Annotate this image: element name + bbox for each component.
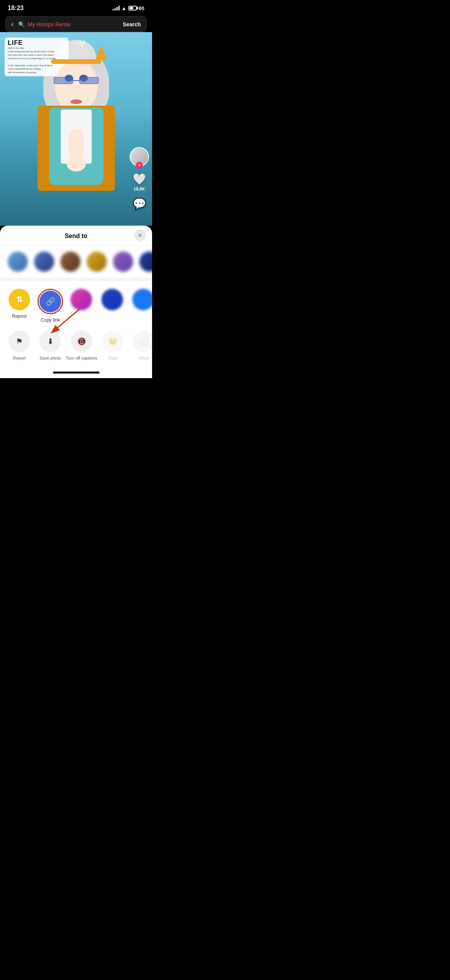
bottom-sheet: Send to ✕ ⇅ Repost bbox=[0, 226, 152, 378]
repost-icon: ⇅ bbox=[16, 295, 23, 304]
wifi-icon: ▲ bbox=[121, 5, 127, 11]
stitch-icon-circle: ⬜ bbox=[133, 331, 152, 352]
home-indicator bbox=[0, 368, 152, 378]
duet-icon: 😐 bbox=[108, 337, 118, 346]
biohazard-icon: ☣ bbox=[77, 37, 87, 50]
back-button[interactable]: ‹ bbox=[11, 20, 14, 28]
close-icon: ✕ bbox=[138, 232, 142, 238]
contact-item[interactable] bbox=[139, 252, 152, 272]
turn-off-captions-icon: 📵 bbox=[77, 337, 86, 346]
turn-off-captions-label: Turn off captions bbox=[66, 355, 97, 361]
report-action[interactable]: ⚑ Report bbox=[4, 331, 35, 361]
save-photo-icon: ⬇ bbox=[47, 337, 54, 346]
contact-item[interactable] bbox=[113, 252, 133, 272]
contact-avatar bbox=[34, 252, 54, 272]
repost-icon-circle: ⇅ bbox=[9, 289, 30, 310]
duet-icon-circle: 😐 bbox=[102, 331, 123, 352]
contact-avatar bbox=[8, 252, 28, 272]
contacts-row bbox=[0, 245, 152, 281]
search-icon: 🔍 bbox=[18, 21, 25, 27]
arrow-annotation bbox=[46, 305, 85, 336]
copy-link-icon: 🔗 bbox=[46, 297, 55, 306]
save-photo-label: Save photo bbox=[39, 355, 61, 361]
video-container: LIFE Early in the dayit was whispered th… bbox=[0, 32, 152, 226]
sheet-header: Send to ✕ bbox=[0, 226, 152, 245]
contact-item[interactable] bbox=[60, 252, 80, 272]
like-button[interactable]: 🤍 18,8K bbox=[133, 173, 146, 191]
contact-avatar bbox=[60, 252, 80, 272]
contact-avatar bbox=[139, 252, 152, 272]
app-action-2[interactable] bbox=[97, 289, 128, 323]
report-icon-circle: ⚑ bbox=[9, 331, 30, 352]
home-bar bbox=[53, 372, 99, 373]
search-query[interactable]: My Humps Remix bbox=[28, 21, 120, 27]
report-label: Report bbox=[13, 355, 26, 361]
status-bar: 18:23 ▲ 60 bbox=[0, 0, 152, 15]
follow-button[interactable]: + bbox=[136, 162, 143, 169]
stitch-icon: ⬜ bbox=[139, 337, 149, 346]
battery-icon bbox=[128, 6, 137, 10]
svg-line-1 bbox=[54, 309, 79, 331]
contact-avatar bbox=[87, 252, 107, 272]
duet-label: Duet bbox=[108, 355, 117, 361]
status-icons: ▲ 60 bbox=[113, 5, 144, 11]
contact-item[interactable] bbox=[8, 252, 28, 272]
repost-action[interactable]: ⇅ Repost bbox=[4, 289, 35, 323]
app-icon-3 bbox=[132, 289, 152, 310]
contact-avatar bbox=[113, 252, 133, 272]
duet-action[interactable]: 😐 Duet bbox=[97, 331, 128, 361]
report-icon: ⚑ bbox=[16, 337, 23, 346]
stitch-label: Stitch bbox=[139, 355, 149, 361]
stitch-action[interactable]: ⬜ Stitch bbox=[128, 331, 152, 361]
life-badge-title: LIFE bbox=[8, 39, 65, 46]
like-count: 18,8K bbox=[133, 187, 145, 191]
app-icon-2 bbox=[101, 289, 123, 310]
repost-label: Repost bbox=[12, 314, 27, 319]
creator-avatar[interactable]: + bbox=[130, 147, 149, 166]
signal-icon bbox=[113, 6, 120, 10]
search-button[interactable]: Search bbox=[123, 21, 141, 27]
heart-icon: 🤍 bbox=[133, 173, 146, 185]
comment-icon: 💬 bbox=[133, 197, 146, 210]
status-time: 18:23 bbox=[8, 5, 24, 12]
right-sidebar: + 🤍 18,8K 💬 bbox=[130, 147, 149, 210]
comment-button[interactable]: 💬 bbox=[133, 197, 146, 210]
app-action-3[interactable] bbox=[128, 289, 152, 323]
contact-item[interactable] bbox=[87, 252, 107, 272]
sheet-title: Send to bbox=[65, 233, 87, 240]
battery-level: 60 bbox=[139, 5, 144, 11]
search-bar[interactable]: ‹ 🔍 My Humps Remix Search bbox=[5, 16, 147, 32]
contact-item[interactable] bbox=[34, 252, 54, 272]
close-button[interactable]: ✕ bbox=[134, 230, 146, 241]
